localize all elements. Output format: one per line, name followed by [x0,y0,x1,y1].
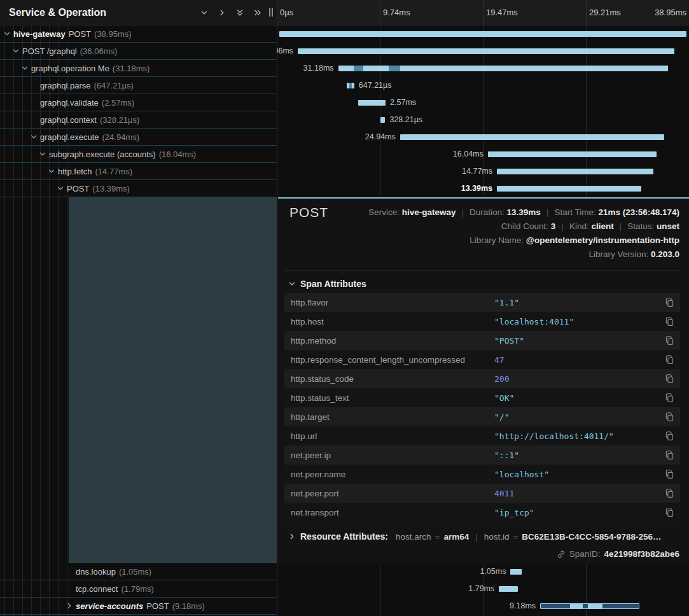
span-tree-row[interactable]: graphql.context(328.21µs) [0,111,277,129]
chevron-down-icon[interactable] [12,47,20,55]
span-duration: (647.21µs) [94,81,134,90]
link-icon[interactable] [557,550,566,559]
copy-icon [665,335,674,346]
chevron-down-icon[interactable] [39,150,46,158]
copy-button[interactable] [658,469,680,479]
resource-value: arm64 [443,532,469,542]
span-bar[interactable] [279,31,686,37]
span-tree-row[interactable]: graphql.operation Me(31.18ms) [0,60,277,77]
chevron-down-icon[interactable] [57,185,64,192]
meta-label: Library Version: [588,249,651,259]
expander[interactable] [12,47,22,55]
bar-duration-label: 647.21µs [359,77,392,94]
span-bar[interactable] [338,66,668,71]
span-tree-row[interactable]: POST /graphql(36.06ms) [0,43,277,60]
expander[interactable] [3,30,13,38]
chevron-down-icon[interactable] [30,133,38,141]
span-bar[interactable] [347,83,354,88]
copy-button[interactable] [658,507,680,517]
span-bar[interactable] [488,151,657,157]
span-tree-row[interactable]: graphql.validate(2.57ms) [0,94,277,111]
copy-icon [665,374,674,384]
timeline-row: 24.94ms [277,129,689,146]
chevron-down-icon[interactable] [200,9,208,17]
chevron-right-icon[interactable] [288,533,296,540]
double-chevron-down-icon[interactable] [236,9,244,17]
expander[interactable] [66,602,76,610]
copy-button[interactable] [658,335,680,346]
copy-icon [665,393,674,403]
attribute-key: http.target [284,412,494,422]
span-bar[interactable] [499,586,518,592]
span-tree-row[interactable]: graphql.execute(24.94ms) [0,129,277,146]
ruler-tick [277,0,277,25]
expander[interactable] [21,64,31,72]
span-tree-row[interactable]: tcp.connect(1.79ms) [0,580,277,598]
span-bar[interactable] [497,186,641,192]
expander[interactable] [57,185,67,192]
bar-duration-label: 14.77ms [462,163,492,180]
span-tree-row[interactable]: dns.lookup(1.05ms) [0,563,277,580]
chevron-right-icon[interactable] [218,9,226,17]
copy-button[interactable] [658,431,680,441]
attribute-value: "/" [494,412,658,422]
span-tree-row[interactable]: http.fetch(14.77ms) [0,163,277,180]
span-attributes-table: http.flavor"1.1"http.host"localhost:4011… [284,293,680,522]
service-name: service-accounts [76,601,143,611]
span-detail-panel: POST Service: hive-gateway|Duration: 13.… [278,197,689,563]
span-bar[interactable] [400,134,664,140]
span-bar[interactable] [497,169,653,174]
tree-header-title: Service & Operation [0,7,200,18]
attribute-row: http.status_text"OK" [284,388,680,407]
span-bar-segment [588,604,602,608]
span-bar[interactable] [380,117,385,123]
span-duration: (1.05ms) [119,567,151,577]
chevron-down-icon[interactable] [48,167,55,175]
span-bar[interactable] [540,603,639,609]
copy-button[interactable] [658,354,680,365]
ruler-tick-label: 19.47ms [486,8,518,17]
meta-label: Duration: [470,207,507,217]
meta-label: Kind: [569,221,592,231]
copy-button[interactable] [658,412,680,422]
span-attributes-header[interactable]: Span Attributes [288,279,366,289]
operation-name: POST [69,29,91,39]
meta-label: Service: [368,207,402,217]
copy-button[interactable] [658,393,680,403]
resource-attributes-row[interactable]: Resource Attributes:host.arch=arm64|host… [288,531,661,542]
expander[interactable] [30,133,40,141]
span-tree-row[interactable]: hive-gatewayPOST(38.95ms) [0,25,277,43]
chevron-right-icon[interactable] [66,602,73,610]
copy-button[interactable] [658,374,680,384]
span-tree-row[interactable]: subgraph.execute (accounts)(16.04ms) [0,146,277,163]
span-bar[interactable] [510,569,521,575]
operation-name: POST [67,184,89,193]
span-duration: (13.39ms) [92,184,130,193]
copy-button[interactable] [658,450,680,460]
attribute-value: "ip_tcp" [494,508,658,517]
panel-resize-handle[interactable] [269,8,273,17]
span-bar-segment [389,66,400,71]
attribute-key: http.method [284,336,494,346]
copy-button[interactable] [658,297,680,307]
bar-duration-label: 31.18ms [303,60,334,77]
chevron-down-icon[interactable] [21,64,29,72]
span-tree-row[interactable]: POST(13.39ms) [0,180,277,197]
expander[interactable] [39,150,49,158]
double-chevron-right-icon[interactable] [254,9,261,17]
resource-value: BC62E13B-C4CC-5854-9788-256… [522,532,661,542]
span-bar[interactable] [358,100,386,106]
operation-name: graphql.execute [40,132,99,142]
span-bar[interactable] [298,48,674,54]
copy-icon [665,450,674,460]
span-duration: (36.06ms) [80,46,118,56]
copy-button[interactable] [658,316,680,326]
service-name: hive-gateway [13,29,66,39]
chevron-down-icon[interactable] [3,30,11,38]
attribute-key: net.transport [284,508,494,517]
timeline-row: 1.79ms [277,580,689,598]
expander[interactable] [48,167,58,175]
span-tree-row[interactable]: graphql.parse(647.21µs) [0,77,277,94]
span-tree-row[interactable]: service-accountsPOST(9.18ms) [0,598,277,615]
copy-button[interactable] [658,488,680,498]
